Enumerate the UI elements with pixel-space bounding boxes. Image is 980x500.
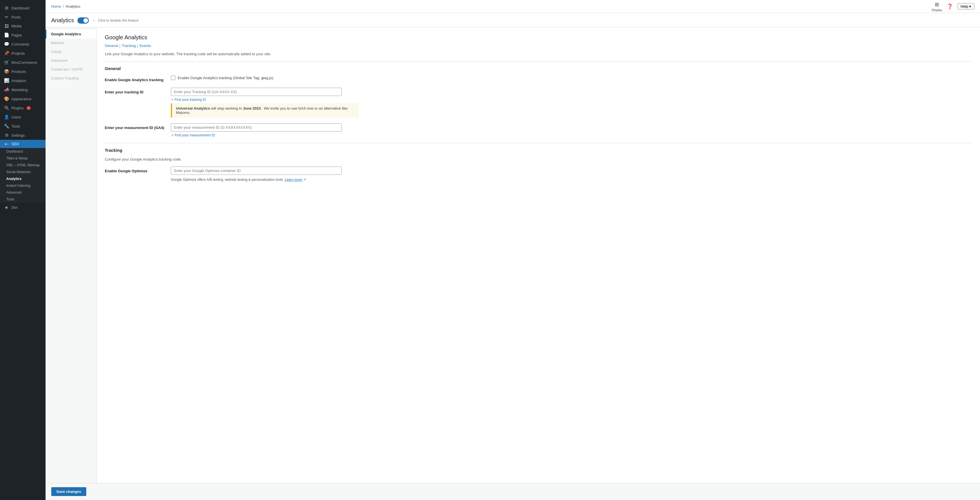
plugins-badge: 1 bbox=[27, 106, 31, 110]
sidebar-item-posts[interactable]: ✏ Posts bbox=[0, 13, 46, 22]
sidebar-item-products[interactable]: 📦 Products bbox=[0, 67, 46, 76]
settings-icon: ⚙ bbox=[4, 133, 9, 138]
projects-icon: 📌 bbox=[4, 51, 9, 56]
comments-icon: 💬 bbox=[4, 41, 9, 47]
panel-title: Google Analytics bbox=[105, 34, 972, 41]
tracking-id-label: Enter your tracking ID bbox=[105, 88, 167, 94]
posts-icon: ✏ bbox=[4, 14, 9, 20]
left-nav-matomo[interactable]: Matomo bbox=[46, 38, 97, 47]
learn-more-link[interactable]: Learn more bbox=[285, 178, 302, 182]
display-button[interactable]: ⊞ Display bbox=[932, 2, 942, 12]
seo-sub-social-networks[interactable]: Social Networks bbox=[1, 169, 46, 175]
find-tracking-id-link[interactable]: ↗ Find your tracking ID bbox=[171, 98, 972, 102]
sidebar-item-settings[interactable]: ⚙ Settings bbox=[0, 131, 46, 140]
sidebar-item-projects[interactable]: 📌 Projects bbox=[0, 49, 46, 58]
seo-sub-advanced[interactable]: Advanced bbox=[1, 189, 46, 196]
content: Analytics ← Click to disable this featur… bbox=[46, 13, 980, 500]
enable-tracking-checkbox[interactable] bbox=[171, 75, 175, 80]
sidebar-item-tools[interactable]: 🔧 Tools bbox=[0, 122, 46, 131]
left-nav: Google Analytics Matomo Clarity Advanced… bbox=[46, 27, 97, 483]
sidebar: ⊞ Dashboard ✏ Posts 🖼 Media 📄 Pages 💬 Co… bbox=[0, 0, 46, 500]
external-link-icon: ↗ bbox=[171, 98, 173, 102]
seo-sub-dashboard[interactable]: Dashboard bbox=[1, 148, 46, 155]
woocommerce-icon: 🛒 bbox=[4, 60, 9, 65]
analytics-header: Analytics ← Click to disable this featur… bbox=[46, 13, 980, 27]
analytics-body: Google Analytics Matomo Clarity Advanced… bbox=[46, 27, 980, 483]
general-section-title: General bbox=[105, 66, 972, 71]
tab-tracking[interactable]: Tracking bbox=[122, 43, 136, 48]
seo-sub-analytics[interactable]: Analytics bbox=[1, 175, 46, 182]
users-icon: 👤 bbox=[4, 115, 9, 119]
tab-events[interactable]: Events bbox=[140, 43, 151, 48]
tracking-section-title: Tracking bbox=[105, 148, 972, 153]
left-nav-google-analytics[interactable]: Google Analytics bbox=[46, 30, 97, 38]
warning-bold-2: June 2023 bbox=[243, 106, 261, 110]
sidebar-item-plugins[interactable]: 🔌 Plugins 1 bbox=[0, 104, 46, 113]
pages-icon: 📄 bbox=[4, 32, 9, 38]
divi-icon: ◈ bbox=[4, 205, 9, 210]
display-icon: ⊞ bbox=[935, 2, 939, 8]
feature-toggle[interactable] bbox=[78, 18, 89, 24]
sidebar-item-media[interactable]: 🖼 Media bbox=[0, 22, 46, 30]
tracking-id-input[interactable] bbox=[171, 88, 342, 96]
external-icon-3: ↗ bbox=[303, 178, 306, 182]
tracking-id-field: ↗ Find your tracking ID Universal Analyt… bbox=[171, 88, 972, 118]
seo-sub-instant-indexing[interactable]: Instant Indexing bbox=[1, 182, 46, 189]
sidebar-item-marketing[interactable]: 📣 Marketing bbox=[0, 85, 46, 94]
measurement-id-row: Enter your measurement ID (GA4) ↗ Find y… bbox=[105, 123, 972, 137]
optimize-label: Enable Google Optimize bbox=[105, 167, 167, 173]
find-measurement-id-link[interactable]: ↗ Find your measurement ID bbox=[171, 133, 972, 137]
page-title: Analytics bbox=[51, 17, 74, 24]
save-button[interactable]: Save changes bbox=[51, 487, 86, 496]
topbar-right: ⊞ Display ❓ Help ▾ bbox=[932, 2, 974, 12]
seo-sub-xml-sitemap[interactable]: XML – HTML Sitemap bbox=[1, 162, 46, 169]
measurement-id-input[interactable] bbox=[171, 123, 342, 132]
sidebar-item-pages[interactable]: 📄 Pages bbox=[0, 30, 46, 40]
save-bar: Save changes bbox=[46, 483, 980, 500]
optimize-input[interactable] bbox=[171, 167, 342, 175]
breadcrumb-home[interactable]: Home bbox=[51, 4, 61, 8]
seo-sub-tools[interactable]: Tools bbox=[1, 196, 46, 203]
sidebar-item-comments[interactable]: 💬 Comments bbox=[0, 40, 46, 49]
enable-tracking-checkbox-label[interactable]: Enable Google Analytics tracking (Global… bbox=[178, 76, 273, 80]
plugins-icon: 🔌 bbox=[4, 105, 9, 110]
media-icon: 🖼 bbox=[4, 24, 9, 29]
help-circle-icon: ❓ bbox=[947, 3, 953, 10]
appearance-icon: 🎨 bbox=[4, 96, 9, 101]
breadcrumb: Home / Analytics bbox=[51, 4, 80, 8]
sidebar-header bbox=[0, 0, 46, 3]
help-icon-button[interactable]: ❓ bbox=[947, 3, 953, 10]
left-nav-cookie-bar[interactable]: Cookie bar / GDPR bbox=[46, 65, 97, 74]
tab-sep-2: | bbox=[137, 43, 138, 48]
left-nav-custom-tracking[interactable]: Custom Tracking bbox=[46, 74, 97, 83]
tab-general[interactable]: General bbox=[105, 43, 118, 48]
breadcrumb-current: Analytics bbox=[65, 4, 80, 8]
tools-icon: 🔧 bbox=[4, 124, 9, 129]
toggle-thumb bbox=[83, 18, 88, 23]
disable-hint[interactable]: ← Click to disable this feature bbox=[92, 18, 138, 23]
settings-panel: Google Analytics General | Tracking | Ev… bbox=[97, 27, 980, 483]
tab-sep-1: | bbox=[119, 43, 120, 48]
help-button[interactable]: Help ▾ bbox=[958, 3, 974, 10]
enable-tracking-row: Enable Google Analytics tracking Enable … bbox=[105, 75, 972, 82]
left-nav-advanced[interactable]: Advanced bbox=[46, 56, 97, 65]
sidebar-item-dashboard[interactable]: ⊞ Dashboard bbox=[0, 3, 46, 13]
warning-box: Universal Analytics will stop working in… bbox=[171, 104, 359, 118]
tab-links: General | Tracking | Events bbox=[105, 43, 972, 48]
sidebar-item-users[interactable]: 👤 Users bbox=[0, 113, 46, 122]
sidebar-item-analytics[interactable]: 📊 Analytics bbox=[0, 76, 46, 85]
warning-bold-1: Universal Analytics bbox=[176, 106, 210, 110]
left-nav-clarity[interactable]: Clarity bbox=[46, 47, 97, 56]
sidebar-item-appearance[interactable]: 🎨 Appearance bbox=[0, 94, 46, 104]
optimize-hint: Google Optimize offers A/B testing, webs… bbox=[171, 178, 972, 182]
sidebar-item-divi[interactable]: ◈ Divi bbox=[0, 203, 46, 212]
sidebar-item-woocommerce[interactable]: 🛒 WooCommerce bbox=[0, 58, 46, 67]
panel-description: Link your Google Analytics to your websi… bbox=[105, 52, 972, 56]
analytics-icon: 📊 bbox=[4, 78, 9, 83]
topbar: Home / Analytics ⊞ Display ❓ Help ▾ bbox=[46, 0, 980, 13]
measurement-id-field: ↗ Find your measurement ID bbox=[171, 123, 972, 137]
sidebar-item-seo[interactable]: ≡○ SEO bbox=[0, 140, 46, 148]
toggle-track bbox=[78, 18, 89, 24]
tracking-description: Configure your Google Analytics tracking… bbox=[105, 157, 972, 161]
seo-sub-titles-metas[interactable]: Titles & Metas bbox=[1, 155, 46, 162]
